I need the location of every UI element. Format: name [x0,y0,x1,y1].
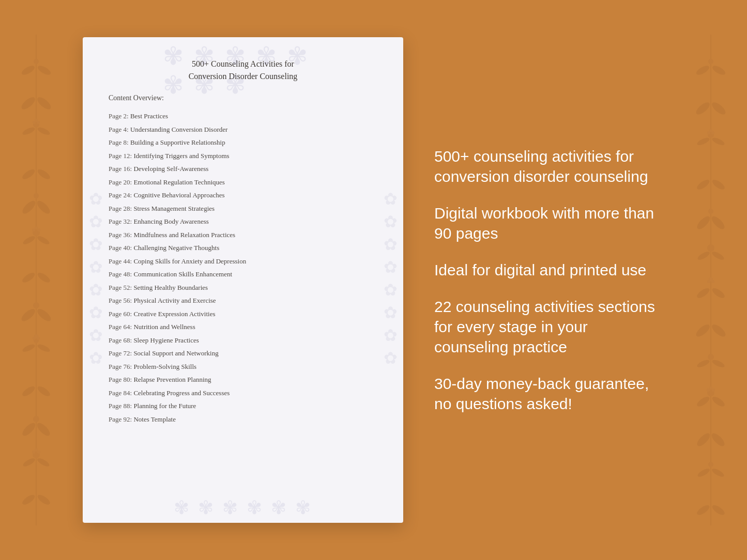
toc-title: Developing Self-Awareness [133,165,208,173]
toc-item: Page 2: Best Practices [109,110,377,123]
toc-title: Nutrition and Wellness [133,323,195,331]
toc-item: Page 28: Stress Management Strategies [109,202,377,215]
toc-title: Mindfulness and Relaxation Practices [133,231,235,239]
toc-title: Setting Healthy Boundaries [133,284,208,291]
toc-page-num: Page 2: [109,112,129,120]
toc-item: Page 48: Communication Skills Enhancemen… [109,268,377,281]
toc-item: Page 88: Planning for the Future [109,399,377,413]
toc-item: Page 44: Coping Skills for Anxiety and D… [109,255,377,268]
toc-page-num: Page 68: [109,336,132,344]
toc-list: Page 2: Best PracticesPage 4: Understand… [109,110,377,426]
toc-item: Page 92: Notes Template [109,413,377,426]
toc-item: Page 8: Building a Supportive Relationsh… [109,136,377,149]
toc-title: Coping Skills for Anxiety and Depression [133,257,246,265]
toc-item: Page 64: Nutrition and Wellness [109,320,377,334]
toc-page-num: Page 52: [109,284,132,291]
toc-title: Enhancing Body Awareness [133,217,208,225]
decorative-top: ✾ ✾ ✾ ✾ ✾ ✾ ✾ ✾ [163,41,323,99]
toc-title: Emotional Regulation Techniques [133,178,224,186]
toc-title: Notes Template [133,415,176,423]
toc-title: Creative Expression Activities [133,310,215,318]
toc-item: Page 72: Social Support and Networking [109,347,377,360]
toc-title: Celebrating Progress and Successes [133,389,230,397]
toc-item: Page 40: Challenging Negative Thoughts [109,241,377,255]
toc-page-num: Page 4: [109,126,129,133]
toc-title: Relapse Prevention Planning [133,376,211,383]
marketing-point-1: 500+ counseling activities for conversio… [434,146,664,186]
marketing-point-3: Ideal for digital and printed use [434,260,664,280]
toc-page-num: Page 12: [109,152,132,160]
toc-item: Page 68: Sleep Hygiene Practices [109,334,377,347]
toc-page-num: Page 32: [109,217,132,225]
toc-item: Page 12: Identifying Triggers and Sympto… [109,149,377,163]
toc-item: Page 24: Cognitive Behavioral Approaches [109,189,377,202]
marketing-point-4: 22 counseling activities sections for ev… [434,297,664,357]
toc-page-num: Page 60: [109,310,132,318]
toc-title: Sleep Hygiene Practices [133,336,199,344]
toc-page-num: Page 28: [109,205,132,212]
toc-title: Best Practices [130,112,168,120]
main-layout: ✾ ✾ ✾ ✾ ✾ ✾ ✾ ✾ ✾ ✾ ✾ ✾ ✾ ✾ ✿✿✿✿✿✿✿✿ ✿✿✿… [0,0,747,560]
toc-page-num: Page 64: [109,323,132,331]
toc-page-num: Page 8: [109,138,129,146]
marketing-point-5: 30-day money-back guarantee, no question… [434,374,664,414]
toc-page-num: Page 20: [109,178,132,186]
toc-item: Page 56: Physical Activity and Exercise [109,294,377,307]
toc-title: Communication Skills Enhancement [133,270,232,278]
toc-title: Planning for the Future [133,402,196,410]
toc-page-num: Page 40: [109,244,132,252]
toc-page-num: Page 48: [109,270,132,278]
toc-item: Page 32: Enhancing Body Awareness [109,215,377,228]
toc-page-num: Page 56: [109,297,132,304]
toc-title: Physical Activity and Exercise [133,297,216,304]
toc-title: Cognitive Behavioral Approaches [133,191,224,199]
toc-item: Page 76: Problem-Solving Skills [109,360,377,374]
toc-title: Identifying Triggers and Symptoms [133,152,229,160]
marketing-panel: 500+ counseling activities for conversio… [434,146,664,414]
toc-title: Stress Management Strategies [133,205,215,212]
toc-page-num: Page 72: [109,349,132,357]
toc-item: Page 60: Creative Expression Activities [109,307,377,321]
toc-title: Challenging Negative Thoughts [133,244,219,252]
decorative-right: ✿✿✿✿✿✿✿✿ [380,189,400,371]
toc-page-num: Page 92: [109,415,132,423]
marketing-point-2: Digital workbook with more than 90 pages [434,203,664,243]
toc-page-num: Page 16: [109,165,132,173]
toc-item: Page 20: Emotional Regulation Techniques [109,176,377,189]
toc-item: Page 16: Developing Self-Awareness [109,162,377,176]
decorative-left: ✿✿✿✿✿✿✿✿ [86,189,105,371]
toc-title: Understanding Conversion Disorder [130,126,227,133]
toc-item: Page 4: Understanding Conversion Disorde… [109,123,377,136]
toc-page-num: Page 88: [109,402,132,410]
decorative-bottom: ✾ ✾ ✾ ✾ ✾ ✾ [174,497,313,519]
toc-item: Page 52: Setting Healthy Boundaries [109,281,377,294]
toc-item: Page 36: Mindfulness and Relaxation Prac… [109,228,377,242]
toc-page-num: Page 84: [109,389,132,397]
toc-page-num: Page 36: [109,231,132,239]
document-panel: ✾ ✾ ✾ ✾ ✾ ✾ ✾ ✾ ✾ ✾ ✾ ✾ ✾ ✾ ✿✿✿✿✿✿✿✿ ✿✿✿… [83,37,403,523]
toc-title: Building a Supportive Relationship [130,138,225,146]
toc-page-num: Page 76: [109,363,132,370]
toc-title: Problem-Solving Skills [133,363,196,370]
toc-item: Page 80: Relapse Prevention Planning [109,373,377,386]
toc-page-num: Page 80: [109,376,132,383]
toc-page-num: Page 44: [109,257,132,265]
toc-page-num: Page 24: [109,191,132,199]
toc-item: Page 84: Celebrating Progress and Succes… [109,386,377,400]
toc-title: Social Support and Networking [133,349,218,357]
